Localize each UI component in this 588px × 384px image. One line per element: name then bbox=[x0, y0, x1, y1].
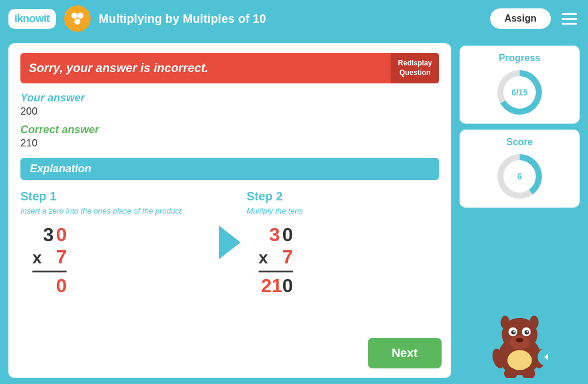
assign-button[interactable]: Assign bbox=[490, 8, 551, 29]
svg-point-0 bbox=[71, 13, 77, 19]
step2-operator: x bbox=[259, 248, 268, 268]
step2-num-3: 3 bbox=[269, 224, 280, 246]
header: iknowit Multiplying by Multiples of 10 A… bbox=[0, 0, 588, 37]
page-title: Multiplying by Multiples of 10 bbox=[99, 12, 482, 26]
step2-result: 2 1 0 bbox=[259, 275, 293, 297]
step2-divider bbox=[259, 271, 293, 272]
score-donut: 6 bbox=[496, 152, 544, 200]
step-1: Step 1 Insert a zero into the ones place… bbox=[20, 190, 213, 297]
step-2-title: Step 2 bbox=[247, 190, 439, 203]
incorrect-banner: Sorry, your answer is incorrect. Redispl… bbox=[20, 53, 439, 83]
main-content: Sorry, your answer is incorrect. Redispl… bbox=[0, 37, 588, 384]
logo: iknowit bbox=[8, 9, 56, 29]
your-answer-label: Your answer bbox=[20, 92, 439, 104]
svg-point-16 bbox=[527, 331, 529, 333]
progress-value: 6/15 bbox=[511, 88, 527, 97]
step2-num-0: 0 bbox=[283, 224, 293, 246]
step-2-row-2: x 7 bbox=[259, 246, 293, 268]
mascot-icon bbox=[484, 300, 556, 378]
mascot-area bbox=[484, 214, 556, 378]
logo-circles-icon bbox=[69, 10, 86, 27]
correct-answer-label: Correct answer bbox=[20, 124, 439, 136]
svg-point-17 bbox=[516, 338, 524, 342]
correct-answer-value: 210 bbox=[20, 137, 439, 149]
score-label: Score bbox=[506, 137, 533, 148]
back-arrow-icon bbox=[541, 352, 552, 362]
incorrect-message: Sorry, your answer is incorrect. bbox=[20, 55, 391, 81]
svg-point-2 bbox=[74, 19, 80, 25]
svg-point-19 bbox=[530, 316, 539, 329]
hamburger-line-1 bbox=[562, 13, 577, 15]
step2-result-1: 1 bbox=[272, 275, 283, 297]
back-navigation-button[interactable] bbox=[538, 348, 556, 366]
step2-result-2: 2 bbox=[261, 275, 272, 297]
step1-divider bbox=[32, 271, 67, 272]
score-value: 6 bbox=[517, 172, 522, 181]
arrow-container bbox=[213, 190, 247, 259]
step-2-math: 3 0 x 7 2 1 0 bbox=[259, 224, 293, 297]
step1-num-0: 0 bbox=[56, 224, 67, 246]
step1-multiplier: 7 bbox=[56, 246, 67, 268]
progress-label: Progress bbox=[499, 53, 540, 64]
menu-button[interactable] bbox=[559, 11, 580, 27]
left-panel: Sorry, your answer is incorrect. Redispl… bbox=[8, 43, 451, 378]
score-section: Score 6 bbox=[460, 130, 580, 208]
logo-text: iknowit bbox=[14, 13, 50, 25]
step1-result: 0 bbox=[32, 275, 67, 297]
explanation-header: Explanation bbox=[20, 158, 439, 180]
step-arrow-icon bbox=[219, 226, 241, 259]
step-1-desc: Insert a zero into the ones place of the… bbox=[20, 206, 213, 217]
step-1-math: 3 0 x 7 0 bbox=[32, 224, 67, 297]
redisplay-button[interactable]: RedisplayQuestion bbox=[391, 53, 439, 83]
hamburger-line-2 bbox=[562, 18, 577, 20]
step2-result-0: 0 bbox=[283, 275, 293, 297]
right-panel: Progress 6/15 Score 6 bbox=[460, 43, 580, 378]
step1-operator: x bbox=[32, 248, 42, 268]
step-1-title: Step 1 bbox=[20, 190, 213, 203]
step-1-row-1: 3 0 bbox=[43, 224, 67, 246]
svg-point-15 bbox=[513, 331, 515, 333]
svg-point-10 bbox=[508, 350, 532, 370]
step-2: Step 2 Multiply the tens 3 0 x 7 2 bbox=[247, 190, 439, 297]
progress-donut: 6/15 bbox=[496, 68, 544, 116]
step1-result-value: 0 bbox=[56, 275, 67, 297]
step-2-desc: Multiply the tens bbox=[247, 206, 439, 217]
next-button[interactable]: Next bbox=[368, 338, 442, 368]
step-2-row-1: 3 0 bbox=[269, 224, 293, 246]
step1-num-3: 3 bbox=[43, 224, 54, 246]
step2-multiplier: 7 bbox=[283, 246, 293, 268]
step-1-row-2: x 7 bbox=[32, 246, 67, 268]
logo-icon bbox=[64, 5, 91, 32]
svg-point-18 bbox=[500, 316, 509, 329]
svg-point-1 bbox=[77, 13, 83, 19]
hamburger-line-3 bbox=[562, 23, 577, 25]
progress-section: Progress 6/15 bbox=[460, 46, 580, 124]
steps-container: Step 1 Insert a zero into the ones place… bbox=[20, 190, 439, 297]
your-answer-value: 200 bbox=[20, 106, 439, 118]
